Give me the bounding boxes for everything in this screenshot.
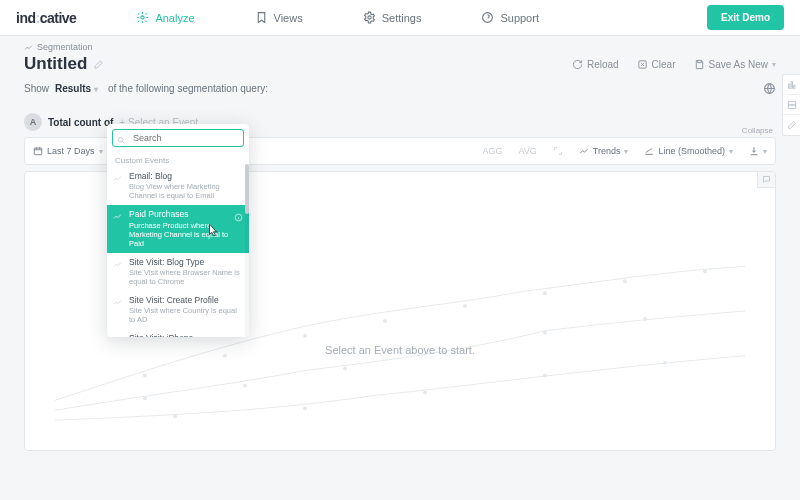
panel-edit-icon[interactable] [783, 115, 800, 135]
svg-rect-25 [788, 84, 789, 88]
event-item-paid-purchases[interactable]: Paid Purchases Purchase Product where Ma… [107, 205, 249, 252]
dropdown-scrollbar[interactable] [245, 164, 249, 337]
reload-icon [572, 59, 583, 70]
svg-point-30 [119, 138, 124, 143]
svg-point-2 [483, 13, 493, 23]
svg-point-19 [643, 317, 647, 321]
nav-support[interactable]: Support [481, 11, 539, 24]
svg-point-10 [463, 304, 467, 308]
nav-settings[interactable]: Settings [363, 11, 422, 24]
event-search-input[interactable] [112, 129, 244, 147]
save-as-new-button[interactable]: Save As New ▾ [694, 59, 776, 70]
event-item-title: Paid Purchases [129, 210, 241, 219]
panel-chart-icon[interactable] [783, 75, 800, 95]
trends-label: Trends [593, 146, 621, 156]
event-item-email-blog[interactable]: Email: Blog Blog View where Marketing Ch… [107, 167, 249, 205]
dropdown-section-label: Custom Events [107, 152, 249, 167]
tab-results-label: Results [55, 83, 91, 94]
cursor-icon [206, 222, 220, 238]
daterange-picker[interactable]: Last 7 Days▾ [33, 146, 103, 156]
svg-point-21 [303, 406, 307, 410]
nav-views[interactable]: Views [255, 11, 303, 24]
panel-table-icon[interactable] [783, 95, 800, 115]
globe-icon[interactable] [763, 82, 776, 95]
trends-picker[interactable]: Trends ▾ [579, 146, 629, 156]
svg-point-13 [703, 269, 707, 273]
event-item-sub: Site Visit where Country is equal to AD [129, 306, 241, 324]
event-icon [113, 260, 122, 269]
agg-toggle[interactable]: AGG [482, 146, 502, 156]
download-icon [749, 146, 759, 156]
event-icon [113, 212, 122, 221]
event-item-sub: Purchase Product where Marketing Channel… [129, 221, 241, 248]
clear-label: Clear [652, 59, 676, 70]
charttype-picker[interactable]: Line (Smoothed) ▾ [644, 146, 733, 156]
nav-analyze[interactable]: Analyze [136, 11, 194, 24]
event-icon [113, 336, 122, 337]
tab-results[interactable]: Results ▾ [55, 83, 98, 94]
avg-toggle[interactable]: AVG [518, 146, 536, 156]
svg-point-18 [543, 331, 547, 335]
svg-point-20 [173, 414, 177, 418]
edit-title-icon[interactable] [93, 59, 104, 70]
analyze-icon [136, 11, 149, 24]
svg-point-6 [143, 374, 147, 378]
download-button[interactable]: ▾ [749, 146, 767, 156]
save-as-new-label: Save As New [709, 59, 768, 70]
svg-point-16 [343, 367, 347, 371]
calendar-icon [33, 146, 43, 156]
nav-settings-label: Settings [382, 12, 422, 24]
event-item-title: Site Visit: iPhone [129, 334, 241, 337]
charttype-label: Line (Smoothed) [658, 146, 725, 156]
breadcrumb-label: Segmentation [37, 42, 93, 52]
collapse-button[interactable]: Collapse [742, 126, 773, 135]
event-item-create-profile[interactable]: Site Visit: Create Profile Site Visit wh… [107, 291, 249, 329]
svg-rect-28 [788, 105, 796, 108]
expand-icon[interactable] [553, 146, 563, 156]
svg-point-12 [623, 279, 627, 283]
event-dropdown: Custom Events Email: Blog Blog View wher… [107, 124, 249, 337]
event-item-iphone[interactable]: Site Visit: iPhone Site Visit where Devi… [107, 329, 249, 337]
save-icon [694, 59, 705, 70]
line-chart-icon [644, 146, 654, 156]
query-tail: of the following segmentation query: [108, 83, 268, 94]
search-icon [117, 136, 126, 145]
svg-point-0 [141, 16, 144, 19]
event-icon [113, 174, 122, 183]
gear-icon [363, 11, 376, 24]
reload-label: Reload [587, 59, 619, 70]
nav-support-label: Support [500, 12, 539, 24]
svg-rect-26 [791, 81, 792, 88]
event-item-blog-type[interactable]: Site Visit: Blog Type Site Visit where B… [107, 253, 249, 291]
event-item-title: Site Visit: Create Profile [129, 296, 241, 305]
svg-rect-29 [788, 101, 796, 104]
bookmark-icon [255, 11, 268, 24]
svg-point-15 [243, 383, 247, 387]
segmentation-icon [24, 43, 33, 52]
svg-point-9 [383, 319, 387, 323]
svg-point-11 [543, 291, 547, 295]
reload-button[interactable]: Reload [572, 59, 619, 70]
svg-point-14 [143, 396, 147, 400]
event-item-sub: Site Visit where Browser Name is equal t… [129, 268, 241, 286]
svg-point-8 [303, 334, 307, 338]
clear-icon [637, 59, 648, 70]
brand-logo: ind:cative [16, 10, 76, 26]
daterange-label: Last 7 Days [47, 146, 95, 156]
event-icon [113, 298, 122, 307]
support-icon [481, 11, 494, 24]
clear-button[interactable]: Clear [637, 59, 676, 70]
svg-point-23 [543, 374, 547, 378]
tab-show[interactable]: Show [24, 83, 49, 94]
svg-point-1 [368, 16, 371, 19]
nav-analyze-label: Analyze [155, 12, 194, 24]
info-icon[interactable] [234, 213, 243, 222]
chart-empty-label: Select an Event above to start. [25, 344, 775, 356]
event-item-sub: Blog View where Marketing Channel is equ… [129, 182, 241, 200]
nav-views-label: Views [274, 12, 303, 24]
trends-icon [579, 146, 589, 156]
clause-total-count: Total count of [48, 117, 113, 128]
exit-demo-button[interactable]: Exit Demo [707, 5, 784, 30]
event-item-title: Site Visit: Blog Type [129, 258, 241, 267]
page-title: Untitled [24, 54, 87, 74]
